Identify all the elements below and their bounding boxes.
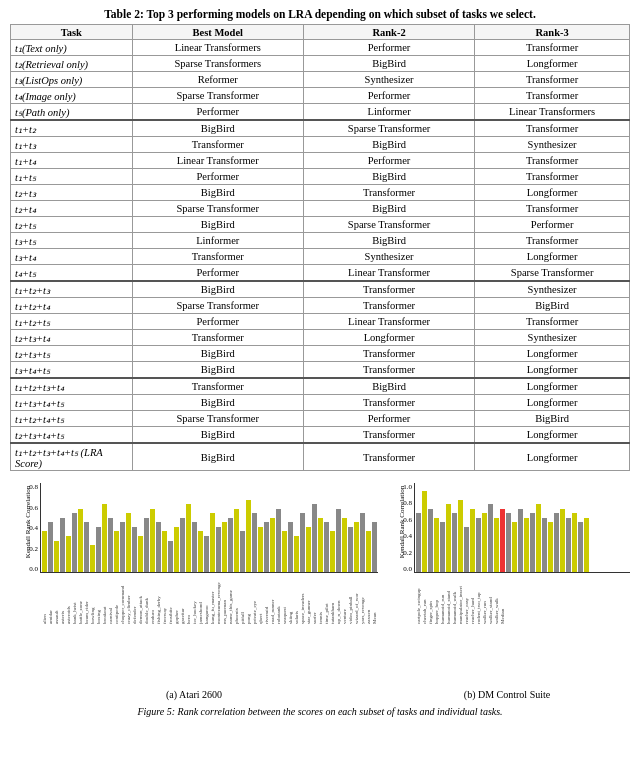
rank3-cell: Transformer xyxy=(475,120,630,137)
x-label: skiing xyxy=(288,574,293,624)
bar xyxy=(210,513,215,572)
bar xyxy=(512,522,517,572)
atari-chart-container: 0.8 0.6 0.4 0.2 0.0 Kendall Rank Correla… xyxy=(10,483,378,700)
rank3-cell: Longformer xyxy=(475,249,630,265)
table-row: t₂+t₃+t₄TransformerLongformerSynthesizer xyxy=(11,330,630,346)
rank2-cell: Transformer xyxy=(303,443,474,471)
x-label: qbert xyxy=(258,574,263,624)
x-label: ms_pacman xyxy=(222,574,227,624)
bar xyxy=(246,500,251,572)
bar xyxy=(518,509,523,572)
rank2-cell: Sparse Transformer xyxy=(303,217,474,233)
table-row: t₁+t₂BigBirdSparse TransformerTransforme… xyxy=(11,120,630,137)
task-cell: t₂+t₄ xyxy=(11,201,133,217)
table-row: t₂+t₃BigBirdTransformerLongformer xyxy=(11,185,630,201)
bar xyxy=(366,531,371,572)
bar xyxy=(270,518,275,572)
rank3-cell: Transformer xyxy=(475,88,630,104)
bar xyxy=(294,536,299,572)
rank2-cell: Transformer xyxy=(303,346,474,362)
bar xyxy=(240,531,245,572)
best-model-cell: BigBird xyxy=(132,281,303,298)
table-row: t₅(Path only)PerformerLinformerLinear Tr… xyxy=(11,104,630,121)
rank2-cell: BigBird xyxy=(303,137,474,153)
x-label: boxing xyxy=(96,574,101,624)
task-cell: t₂+t₃+t₄+t₅ xyxy=(11,427,133,444)
x-label: carnival xyxy=(108,574,113,624)
bar xyxy=(318,518,323,572)
bar xyxy=(470,509,475,572)
best-model-cell: BigBird xyxy=(132,443,303,471)
bar xyxy=(494,518,499,572)
atari-chart-wrapper: 0.8 0.6 0.4 0.2 0.0 Kendall Rank Correla… xyxy=(10,483,378,629)
bar xyxy=(168,541,173,572)
rank2-cell: Performer xyxy=(303,40,474,56)
rank2-cell: BigBird xyxy=(303,233,474,249)
x-label: battle_zone xyxy=(78,574,83,624)
best-model-cell: Transformer xyxy=(132,378,303,395)
rank3-cell: Transformer xyxy=(475,40,630,56)
task-cell: t₂+t₃ xyxy=(11,185,133,201)
x-label: kangaroo xyxy=(204,574,209,624)
table-row: t₁+t₃+t₄+t₅BigBirdTransformerLongformer xyxy=(11,395,630,411)
x-label: pitfall xyxy=(240,574,245,624)
bar xyxy=(330,531,335,572)
table-row: t₁+t₂+t₃+t₄TransformerBigBirdLongformer xyxy=(11,378,630,395)
rank2-cell: Transformer xyxy=(303,427,474,444)
best-model-cell: Sparse Transformers xyxy=(132,56,303,72)
x-label: tennis xyxy=(318,574,323,624)
bar xyxy=(258,527,263,572)
rank3-cell: Sparse Transformer xyxy=(475,265,630,282)
x-label: montezuma_revenge xyxy=(216,574,221,624)
rank2-cell: Linformer xyxy=(303,104,474,121)
x-label: fishing_derby xyxy=(156,574,161,624)
bar xyxy=(156,522,161,572)
bar xyxy=(48,522,53,572)
x-label: phoenix xyxy=(234,574,239,624)
x-label: road_runner xyxy=(270,574,275,624)
table-caption: Table 2: Top 3 performing models on LRA … xyxy=(10,8,630,20)
col-header-task: Task xyxy=(11,25,133,40)
rank3-cell: BigBird xyxy=(475,411,630,427)
bar xyxy=(578,522,583,572)
best-model-cell: Sparse Transformer xyxy=(132,298,303,314)
table-row: t₁+t₂+t₃+t₄+t₅ (LRA Score)BigBirdTransfo… xyxy=(11,443,630,471)
task-cell: t₃+t₅ xyxy=(11,233,133,249)
x-label: yars_revenge xyxy=(360,574,365,624)
atari-title: (a) Atari 2600 xyxy=(166,689,222,700)
bar xyxy=(372,522,377,572)
rank3-cell: Transformer xyxy=(475,153,630,169)
x-label: humanoid_walk xyxy=(452,574,457,624)
best-model-cell: Transformer xyxy=(132,330,303,346)
best-model-cell: Performer xyxy=(132,104,303,121)
x-label: space_invaders xyxy=(300,574,305,624)
bar xyxy=(216,527,221,572)
rank2-cell: BigBird xyxy=(303,201,474,217)
bar xyxy=(572,513,577,572)
bar xyxy=(234,509,239,572)
task-cell: t₁+t₂+t₃+t₄+t₅ (LRA Score) xyxy=(11,443,133,471)
bar xyxy=(180,518,185,572)
bar xyxy=(132,527,137,572)
bar xyxy=(72,513,77,572)
bar xyxy=(560,509,565,572)
bar xyxy=(186,504,191,572)
best-model-cell: BigBird xyxy=(132,427,303,444)
atari-bar-chart xyxy=(40,483,378,573)
x-label: kung_fu_master xyxy=(210,574,215,624)
dm-chart-wrapper: 1.0 0.8 0.6 0.4 0.2 0.0 Kendall Rank Cor… xyxy=(384,483,630,629)
best-model-cell: BigBird xyxy=(132,346,303,362)
bar xyxy=(162,531,167,572)
bar xyxy=(300,513,305,572)
task-cell: t₁+t₃+t₄+t₅ xyxy=(11,395,133,411)
rank2-cell: Sparse Transformer xyxy=(303,120,474,137)
task-cell: t₁(Text only) xyxy=(11,40,133,56)
bar xyxy=(102,504,107,572)
rank3-cell: Longformer xyxy=(475,346,630,362)
x-label: robotank xyxy=(276,574,281,624)
bar xyxy=(536,504,541,572)
x-label: video_pinball xyxy=(348,574,353,624)
bar xyxy=(440,522,445,572)
bar xyxy=(312,504,317,572)
x-label: humanoid_run xyxy=(440,574,445,624)
